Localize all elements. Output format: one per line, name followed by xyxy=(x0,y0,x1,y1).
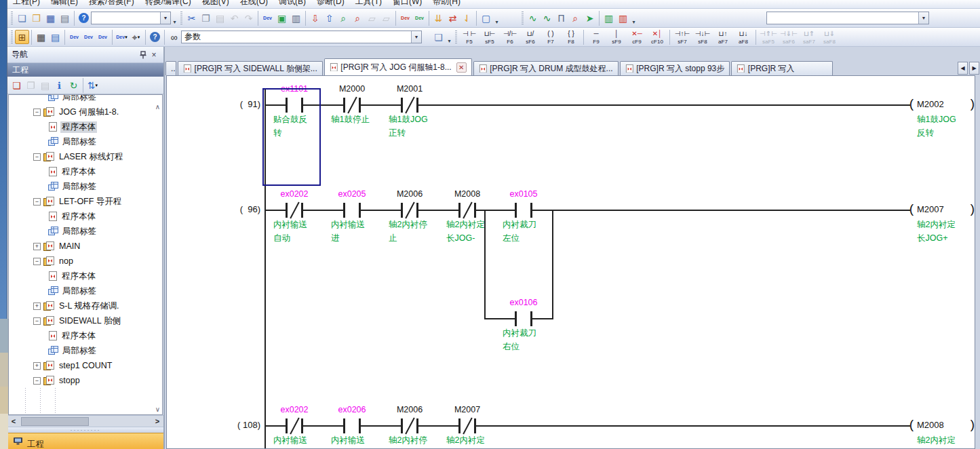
project-view-button[interactable]: 工程 xyxy=(7,433,163,449)
panel-splitter[interactable]: ········· xyxy=(7,427,163,433)
tree-item-7[interactable]: −LET-OFF 导开程 xyxy=(9,194,162,209)
redo-icon[interactable]: ↷ xyxy=(241,11,256,25)
tab-3[interactable]: [PRG]R 写入 DRUM 成型鼓处程... xyxy=(473,61,619,75)
ladder-saF8-button[interactable]: ⊔⇓saF8 xyxy=(819,28,840,45)
chevron-down-icon[interactable]: ▼ xyxy=(160,12,170,24)
ladder-sF7-button[interactable]: ⊣↑⊢sF7 xyxy=(672,28,692,45)
collapse-icon[interactable]: − xyxy=(33,377,41,385)
undo-icon[interactable]: ↶ xyxy=(227,11,241,25)
ladder-aF7-button[interactable]: ⊔↑aF7 xyxy=(713,28,733,45)
project-data-combo[interactable]: 参数▼ xyxy=(181,31,422,43)
help-balloon-icon[interactable]: ? xyxy=(148,30,162,44)
paste-icon[interactable]: ▤ xyxy=(213,11,227,25)
ladder-aF8-button[interactable]: ⊔↓aF8 xyxy=(733,28,753,45)
ladder-logic-test-icon[interactable]: ∿ xyxy=(526,11,540,25)
tree-item-4[interactable]: −LASER 标线灯程 xyxy=(9,149,162,164)
device-write-icon[interactable]: Dev xyxy=(398,11,412,25)
pulse-trace-icon[interactable]: Π xyxy=(554,11,568,25)
sort-icon[interactable]: ⇅▾ xyxy=(85,78,100,92)
close-icon[interactable]: × xyxy=(149,50,159,60)
menu-item-0[interactable]: 工程(P) xyxy=(7,0,45,8)
device-comment-list-icon[interactable]: Dev xyxy=(67,30,81,44)
remote-operation-icon[interactable]: ▢ xyxy=(479,11,493,25)
ladder-F5-button[interactable]: ⊣ ⊢F5 xyxy=(459,28,479,45)
help-icon[interactable]: ? xyxy=(77,11,91,25)
toolbar-empty-combo[interactable]: ▼ xyxy=(766,12,929,24)
collapse-icon[interactable]: − xyxy=(33,317,41,325)
toolbar-overflow-4[interactable]: ▾ xyxy=(446,31,453,44)
paste-data-icon[interactable]: ▤ xyxy=(38,78,52,92)
io-assignment-icon[interactable]: ▥ xyxy=(289,11,303,25)
tab-4[interactable]: [PRG]R 写入 stopp 93步 xyxy=(620,61,730,75)
device-monitor-icon[interactable]: ▣ xyxy=(275,11,289,25)
menu-item-6[interactable]: 调试(B) xyxy=(273,0,311,8)
new-project-icon[interactable]: ❏ xyxy=(15,11,29,25)
watch-window-icon[interactable]: Dev▾ xyxy=(115,30,129,44)
monitor-stop-icon[interactable]: ⌕ xyxy=(351,11,365,25)
save-project-icon[interactable]: ▦ xyxy=(43,11,58,25)
refresh-icon[interactable]: ↻ xyxy=(66,78,81,92)
toolbar-overflow-3[interactable]: ▾ xyxy=(630,12,638,25)
zoom-tool-icon[interactable]: ⌖▾ xyxy=(129,30,143,44)
find-icon[interactable]: ∞ xyxy=(167,30,181,44)
tab-5[interactable]: [PRG]R 写入 xyxy=(731,61,833,75)
ladder-F9-button[interactable]: ─F9 xyxy=(586,28,606,45)
ladder-F8-button[interactable]: { }F8 xyxy=(561,28,581,45)
device-memory-icon[interactable]: Dev xyxy=(81,30,96,44)
print-icon[interactable]: ▤ xyxy=(58,11,72,25)
tree-item-16[interactable]: 程序本体 xyxy=(9,328,162,343)
monitor-resume-icon[interactable]: ▱ xyxy=(379,11,393,25)
hscroll-left-arrow[interactable]: < xyxy=(7,416,20,427)
toolbar-overflow-1[interactable]: ▾ xyxy=(171,12,178,25)
ladder-sF5-button[interactable]: ⊔⊢sF5 xyxy=(479,28,500,45)
project-tree[interactable]: 局部标签−JOG 伺服轴1-8.程序本体局部标签−LASER 标线灯程程序本体局… xyxy=(8,94,163,415)
module-configuration-icon[interactable]: ▦ xyxy=(34,30,48,44)
watch-start-icon[interactable]: ➤ xyxy=(583,11,597,25)
menu-item-9[interactable]: 窗口(W) xyxy=(387,0,427,8)
transfer-setup-icon[interactable]: ⇃ xyxy=(460,11,474,25)
collapse-icon[interactable]: − xyxy=(33,258,41,265)
tree-item-17[interactable]: 局部标签 xyxy=(9,343,162,358)
ladder-sF8-button[interactable]: ⊣↓⊢sF8 xyxy=(692,28,713,45)
menu-item-3[interactable]: 转换/编译(C) xyxy=(140,0,197,8)
menu-item-7[interactable]: 诊断(D) xyxy=(311,0,350,8)
menu-item-8[interactable]: 工具(T) xyxy=(350,0,387,8)
tree-item-19[interactable]: −stopp xyxy=(9,373,162,388)
verify-with-plc-icon[interactable]: ⇊ xyxy=(431,11,446,25)
device-initial-icon[interactable]: Dev xyxy=(96,30,110,44)
tree-item-6[interactable]: 局部标签 xyxy=(9,179,162,194)
sampling-trace-icon[interactable]: ▥ xyxy=(602,11,616,25)
toolbar-search-combo[interactable]: ▼ xyxy=(91,12,171,24)
collapse-icon[interactable]: − xyxy=(33,109,41,116)
collapse-icon[interactable]: − xyxy=(33,198,41,206)
hscroll-thumb[interactable] xyxy=(21,417,89,426)
tab-scroll-left-button[interactable]: ◀ xyxy=(958,62,968,75)
tree-item-14[interactable]: +S-L 规格存储调. xyxy=(9,298,162,313)
device-find-icon[interactable]: ⌕ xyxy=(568,11,583,25)
expand-icon[interactable]: + xyxy=(33,362,41,370)
read-from-plc-icon[interactable]: ⇧ xyxy=(322,11,336,25)
menu-item-4[interactable]: 视图(V) xyxy=(197,0,235,8)
copy-data-icon[interactable]: ❐ xyxy=(24,78,38,92)
tab-0[interactable]: ... xyxy=(165,61,176,75)
tree-item-9[interactable]: 局部标签 xyxy=(9,224,162,239)
print-preview-icon[interactable]: ❏ xyxy=(431,30,446,44)
device-comment-icon[interactable]: Dev xyxy=(260,11,275,25)
collapse-icon[interactable]: − xyxy=(33,153,41,161)
copy-icon[interactable]: ❐ xyxy=(199,11,213,25)
step-execution-icon[interactable]: ∿ xyxy=(540,11,554,25)
tree-item-12[interactable]: 程序本体 xyxy=(9,269,162,284)
tree-item-3[interactable]: 局部标签 xyxy=(9,134,162,149)
menu-item-2[interactable]: 搜索/替换(F) xyxy=(83,0,140,8)
menu-item-5[interactable]: 在线(O) xyxy=(235,0,273,8)
ladder-sF9-button[interactable]: │sF9 xyxy=(606,28,627,45)
tab-2[interactable]: [PRG]R 写入 JOG 伺服轴1-8...✕ xyxy=(324,58,472,75)
tab-scroll-right-button[interactable]: ▶ xyxy=(969,62,979,75)
tree-item-1[interactable]: −JOG 伺服轴1-8. xyxy=(9,104,162,119)
open-project-icon[interactable]: ❒ xyxy=(29,11,43,25)
trace-setting-icon[interactable]: ▥ xyxy=(616,11,630,25)
navigation-window-icon[interactable]: ⊞ xyxy=(15,30,29,44)
data-property-icon[interactable]: ℹ xyxy=(52,78,66,92)
expand-icon[interactable]: + xyxy=(33,302,41,310)
ladder-saF6-button[interactable]: ⊣⇓⊢saF6 xyxy=(779,28,799,45)
